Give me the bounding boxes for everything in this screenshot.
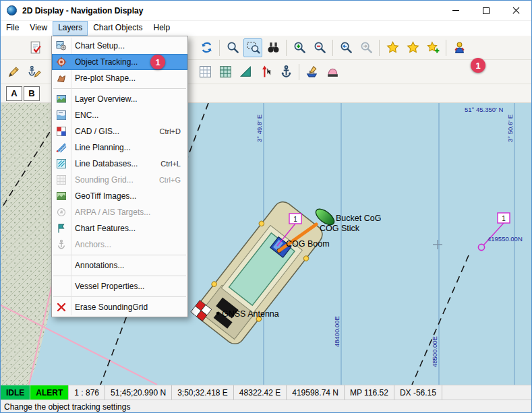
checklist-button[interactable] <box>26 38 45 57</box>
menu-item-anchors: Anchors... <box>52 236 187 253</box>
favorite-view-1-button[interactable] <box>383 38 402 57</box>
svg-text:1: 1 <box>293 216 297 223</box>
favorite-view-1-icon <box>386 40 400 55</box>
status-idle: IDLE <box>1 385 30 400</box>
refresh-button[interactable] <box>197 38 216 57</box>
menu-item-label: CAD / GIS... <box>71 127 160 136</box>
anchor-button[interactable] <box>276 63 295 82</box>
close-button[interactable] <box>501 1 531 20</box>
grid-colored-button[interactable] <box>216 63 235 82</box>
menu-item-object-tracking[interactable]: Object Tracking...1 <box>52 54 187 70</box>
menu-separator <box>52 86 187 91</box>
menu-view[interactable]: View <box>24 21 53 36</box>
grid-button[interactable] <box>196 63 214 82</box>
binoculars-button[interactable] <box>264 38 283 57</box>
svg-text:1: 1 <box>502 215 506 222</box>
anchor-edit-button[interactable] <box>24 63 43 82</box>
sounding-grid-icon <box>52 174 71 185</box>
menu-item-label: Annotations... <box>71 261 181 270</box>
menu-item-label: Layer Overview... <box>71 94 181 104</box>
favorite-view-2-button[interactable] <box>403 38 422 57</box>
profile-button[interactable] <box>236 63 255 82</box>
status-alert: ALERT <box>30 385 69 400</box>
status-northing: 419598.74 N <box>287 385 345 400</box>
layer-overview-icon <box>52 94 71 104</box>
menu-item-label: Chart Features... <box>71 224 181 233</box>
maximize-button[interactable] <box>471 1 501 20</box>
menu-item-cad-gis[interactable]: CAD / GIS...Ctrl+D <box>52 123 187 139</box>
profile-icon <box>239 65 253 79</box>
menu-item-chart-setup[interactable]: Chart Setup... <box>52 38 187 54</box>
menu-item-geotiff-images[interactable]: GeoTiff Images... <box>52 188 187 204</box>
vessel-edit-icon <box>305 65 320 79</box>
menu-item-label: Vessel Properties... <box>71 282 181 291</box>
menu-item-arpa-ais-targets: ARPA / AIS Targets... <box>52 204 187 220</box>
menu-item-enc[interactable]: ENC... <box>52 107 187 123</box>
menu-item-erase-soundinggrid[interactable]: Erase SoundingGrid <box>52 299 187 315</box>
menu-item-layer-overview[interactable]: Layer Overview... <box>52 91 187 107</box>
menu-item-line-planning[interactable]: Line Planning... <box>52 139 187 156</box>
menu-item-label: Chart Setup... <box>71 41 181 51</box>
layers-menu-popup: Chart Setup...Object Tracking...1Pre-plo… <box>51 36 188 317</box>
menu-layers[interactable]: Layers <box>53 21 88 36</box>
menu-chart-objects[interactable]: Chart Objects <box>88 21 148 36</box>
zoom-icon <box>226 40 240 55</box>
vessel-edit-button[interactable] <box>303 63 322 82</box>
zoom-window-button[interactable] <box>243 38 262 57</box>
toolbar-separator <box>446 40 446 56</box>
zoom-window-icon <box>246 40 260 55</box>
toolbar-separator <box>219 40 220 56</box>
minimize-button[interactable] <box>440 1 471 20</box>
north-arrow-button[interactable] <box>256 63 275 82</box>
zoom-button[interactable] <box>223 38 242 57</box>
line-planning-icon <box>52 142 71 153</box>
favorite-add-button[interactable] <box>423 38 442 57</box>
menu-item-pre-plot-shape[interactable]: Pre-plot Shape... <box>52 70 187 86</box>
status-dx: DX -56.15 <box>394 385 442 400</box>
menu-item-label: Erase SoundingGrid <box>71 303 181 312</box>
zoom-previous-button[interactable] <box>336 38 355 57</box>
dredge-icon <box>326 65 340 79</box>
edit-button[interactable] <box>4 63 23 82</box>
status-mp: MP 116.52 <box>345 385 394 400</box>
view-b-button[interactable]: B <box>24 86 40 101</box>
erase-soundinggrid-icon <box>52 302 71 313</box>
menu-item-vessel-properties[interactable]: Vessel Properties... <box>52 278 187 294</box>
close-icon <box>512 6 521 15</box>
grid-colored-icon <box>218 65 233 79</box>
label-latitude-grid: 51° 45.350' N <box>465 106 504 113</box>
menu-item-shortcut: Ctrl+D <box>160 127 187 135</box>
zoom-next-button <box>357 38 376 57</box>
status-easting: 48322.42 E <box>234 385 287 400</box>
minimize-icon <box>452 10 459 11</box>
menu-help[interactable]: Help <box>148 21 176 36</box>
chart-features-icon <box>52 223 71 234</box>
zoom-in-icon <box>293 40 307 55</box>
window-controls <box>440 1 531 20</box>
menu-item-annotations[interactable]: Annotations... <box>52 257 187 274</box>
object-tracking-toolbar-button[interactable] <box>450 38 469 57</box>
label-bucket-cog: Bucket CoG <box>336 214 381 223</box>
menu-item-line-databases[interactable]: Line Databases...Ctrl+L <box>52 156 187 172</box>
menu-item-label: Pre-plot Shape... <box>71 73 181 83</box>
menu-separator <box>52 253 187 257</box>
zoom-in-button[interactable] <box>290 38 309 57</box>
dredge-button[interactable] <box>323 63 342 82</box>
menu-item-shortcut: Ctrl+G <box>159 176 187 184</box>
tutorial-step-badge: 1 <box>150 55 165 69</box>
chart-setup-icon <box>52 40 71 51</box>
refresh-icon <box>200 40 214 55</box>
object-tracking-toolbar-icon <box>452 40 467 55</box>
menu-item-chart-features[interactable]: Chart Features... <box>52 220 187 236</box>
zoom-next-icon <box>359 40 374 55</box>
toolbar-separator <box>299 64 299 80</box>
anchor-icon <box>279 65 293 79</box>
menu-item-label: ARPA / AIS Targets... <box>71 208 181 217</box>
view-a-button[interactable]: A <box>6 86 22 101</box>
app-globe-icon <box>7 5 17 15</box>
anchors-icon <box>52 239 71 250</box>
menu-item-label: Line Databases... <box>71 159 160 168</box>
zoom-out-button[interactable] <box>310 38 329 57</box>
menu-file[interactable]: File <box>1 21 24 36</box>
cad-gis-icon <box>52 126 71 137</box>
